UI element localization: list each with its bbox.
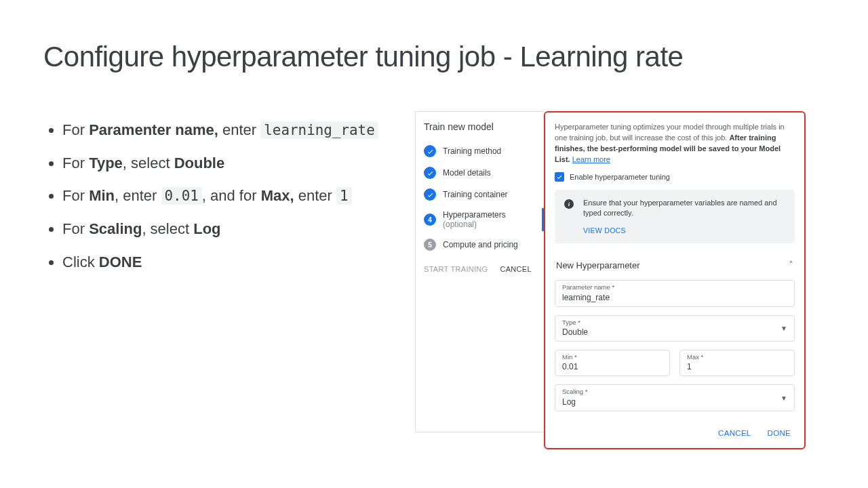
step-hyperparameters[interactable]: 4 Hyperparameters (optional) <box>416 205 544 234</box>
info-callout: i Ensure that your hyperparameter variab… <box>555 190 795 243</box>
instruction-list: For Paramenter name, enter learning_rate… <box>43 111 396 281</box>
check-icon <box>424 145 436 157</box>
field-label: Type * <box>562 319 787 327</box>
check-icon <box>424 167 436 179</box>
field-label: Min * <box>562 353 663 361</box>
field-value: 0.01 <box>562 361 663 371</box>
checkbox-label: Enable hyperparameter tuning <box>570 173 670 181</box>
chevron-up-icon: ˄ <box>789 260 793 270</box>
scaling-select[interactable]: Scaling * Log ▼ <box>555 384 795 411</box>
step-model-details[interactable]: Model details <box>416 162 544 184</box>
dropdown-arrow-icon: ▼ <box>781 394 787 401</box>
min-field[interactable]: Min * 0.01 <box>555 350 670 376</box>
bullet-type: For Type, select Double <box>62 150 396 178</box>
bullet-param-name: For Paramenter name, enter learning_rate <box>62 117 396 144</box>
check-icon <box>424 188 436 201</box>
step-compute-pricing[interactable]: 5 Compute and pricing <box>416 234 544 256</box>
step-training-container[interactable]: Training container <box>416 184 544 205</box>
code-learning-rate: learning_rate <box>260 121 378 139</box>
checkbox-checked-icon <box>555 172 564 182</box>
learn-more-link[interactable]: Learn more <box>572 155 610 163</box>
bullet-scaling: For Scaling, select Log <box>62 216 396 243</box>
field-value: Log <box>562 396 787 407</box>
step-number-icon: 4 <box>424 214 436 226</box>
slide-title: Configure hyperparameter tuning job - Le… <box>43 41 825 73</box>
bullet-done: Click DONE <box>62 249 396 277</box>
parameter-name-field[interactable]: Parameter name * learning_rate <box>555 280 795 306</box>
field-value: 1 <box>687 361 787 371</box>
field-value: learning_rate <box>562 292 787 302</box>
hyperparameter-form-panel: Hyperparameter tuning optimizes your mod… <box>544 111 806 449</box>
stepper-cancel-button[interactable]: CANCEL <box>500 265 531 273</box>
stepper-title: Train new model <box>416 112 544 140</box>
type-select[interactable]: Type * Double ▼ <box>555 315 795 342</box>
dropdown-arrow-icon: ▼ <box>781 325 787 332</box>
step-training-method[interactable]: Training method <box>416 140 544 162</box>
field-label: Parameter name * <box>562 283 787 291</box>
field-label: Max * <box>687 353 787 361</box>
start-training-button[interactable]: START TRAINING <box>424 265 488 273</box>
field-label: Scaling * <box>562 388 787 396</box>
done-button[interactable]: DONE <box>768 429 791 437</box>
section-header[interactable]: New Hyperparameter ˄ <box>555 256 795 280</box>
wizard-stepper: Train new model Training method Model de… <box>415 111 544 432</box>
enable-tuning-checkbox[interactable]: Enable hyperparameter tuning <box>555 172 795 182</box>
field-value: Double <box>562 327 787 337</box>
view-docs-link[interactable]: VIEW DOCS <box>583 226 785 236</box>
ui-screenshot: Train new model Training method Model de… <box>415 111 806 449</box>
info-icon: i <box>564 199 574 209</box>
max-field[interactable]: Max * 1 <box>679 350 795 376</box>
cancel-button[interactable]: CANCEL <box>718 429 751 437</box>
panel-description: Hyperparameter tuning optimizes your mod… <box>555 122 795 165</box>
bullet-min-max: For Min, enter 0.01, and for Max, enter … <box>62 182 396 210</box>
step-number-icon: 5 <box>424 239 436 251</box>
